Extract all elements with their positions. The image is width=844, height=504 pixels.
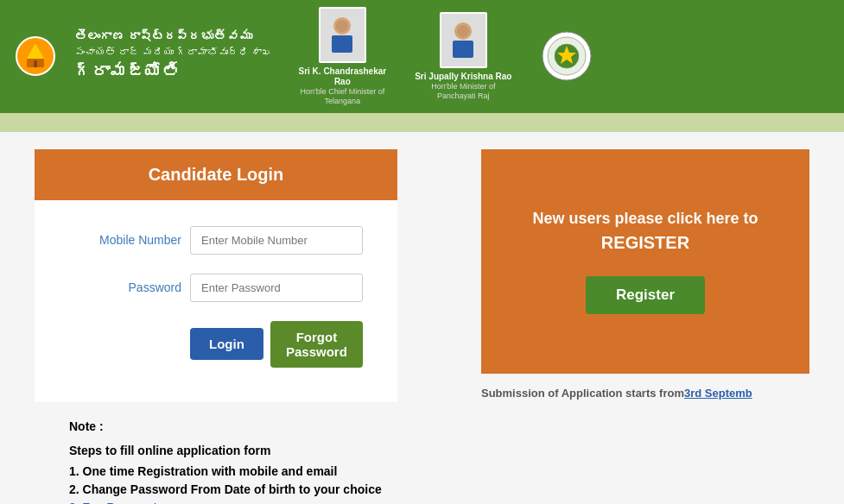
- header-officials: Sri K. Chandrashekar Rao Hon'ble Chief M…: [290, 7, 593, 106]
- register-text: New users please click here to REGISTER: [532, 208, 758, 254]
- step-2: 2. Change Password From Date of birth to…: [69, 482, 429, 496]
- mobile-label: Mobile Number: [69, 233, 181, 247]
- official-2-photo: [440, 12, 487, 68]
- left-panel: Candidate Login Mobile Number Password: [35, 149, 464, 504]
- note-label: Note :: [69, 419, 429, 433]
- header-text: తెలంగాణ రాష్ట్రప్రభుత్వము పంచాయత్ రాజ్ మ…: [74, 28, 273, 84]
- step-3: 3. Fee Payment: [69, 501, 429, 504]
- fee-payment-link[interactable]: 3. Fee Payment: [69, 501, 157, 504]
- page-wrapper: తెలంగాణ రాష్ట్రప్రభుత్వము పంచాయత్ రాజ్ మ…: [0, 0, 844, 504]
- register-emphasis: REGISTER: [601, 233, 689, 252]
- login-button[interactable]: Login: [190, 328, 263, 360]
- svg-rect-3: [34, 60, 37, 67]
- official-2: Sri Jupally Krishna Rao Hon'ble Minister…: [411, 12, 515, 101]
- telugu-title: తెలంగాణ రాష్ట్రప్రభుత్వము: [74, 28, 273, 46]
- password-label: Password: [69, 280, 181, 294]
- svg-point-9: [457, 25, 469, 37]
- svg-point-6: [336, 20, 348, 32]
- mobile-number-row: Mobile Number: [69, 226, 363, 255]
- official-2-title: Hon'ble Minister of Panchayati Raj: [411, 82, 515, 101]
- login-section: Candidate Login Mobile Number Password: [35, 149, 397, 402]
- official-2-name: Sri Jupally Krishna Rao: [415, 72, 511, 82]
- mobile-input[interactable]: [190, 226, 363, 255]
- right-panel: New users please click here to REGISTER …: [481, 149, 809, 504]
- header-logo: [14, 35, 57, 78]
- content-wrapper: Candidate Login Mobile Number Password: [0, 132, 844, 504]
- official-1-title: Hon'ble Chief Minister of Telangana: [290, 87, 394, 106]
- register-message: New users please click here to: [532, 210, 758, 227]
- official-2-avatar-icon: [446, 19, 480, 62]
- password-row: Password: [69, 274, 363, 302]
- steps-title: Steps to fill online application form: [69, 444, 429, 457]
- register-button[interactable]: Register: [586, 276, 705, 314]
- sub-header-bar: [0, 113, 844, 132]
- login-form: Mobile Number Password Login Forgot Pass…: [35, 200, 397, 402]
- forgot-password-button[interactable]: Forgot Password: [270, 321, 363, 368]
- official-1-avatar-icon: [325, 14, 359, 57]
- svg-rect-5: [332, 35, 352, 53]
- telugu-subtitle: పంచాయత్ రాజ్ మరియు గ్రామాభివృద్ధి శాఖ: [74, 46, 273, 60]
- svg-rect-8: [453, 41, 473, 58]
- official-1-name: Sri K. Chandrashekar Rao: [290, 66, 394, 87]
- button-row: Login Forgot Password: [190, 321, 363, 368]
- status-text: Submission of Application starts from: [481, 387, 684, 400]
- login-header: Candidate Login: [35, 149, 397, 200]
- password-input[interactable]: [190, 274, 363, 302]
- application-date-link[interactable]: 3rd Septemb: [684, 387, 752, 400]
- government-emblem: [541, 30, 593, 82]
- steps-list: 1. One time Registration with mobile and…: [69, 464, 429, 504]
- notes-section: Note : Steps to fill online application …: [35, 402, 464, 504]
- step-1: 1. One time Registration with mobile and…: [69, 464, 429, 478]
- header: తెలంగాణ రాష్ట్రప్రభుత్వము పంచాయత్ రాజ్ మ…: [0, 0, 844, 113]
- gramajyothi-logo-icon: [14, 35, 57, 78]
- official-1: Sri K. Chandrashekar Rao Hon'ble Chief M…: [290, 7, 394, 106]
- official-1-photo: [319, 7, 366, 63]
- scheme-name: గ్రామజ్యోతి: [74, 60, 273, 84]
- emblem-icon: [541, 30, 593, 82]
- register-section: New users please click here to REGISTER …: [481, 149, 809, 374]
- status-bar: Submission of Application starts from 3r…: [481, 374, 809, 413]
